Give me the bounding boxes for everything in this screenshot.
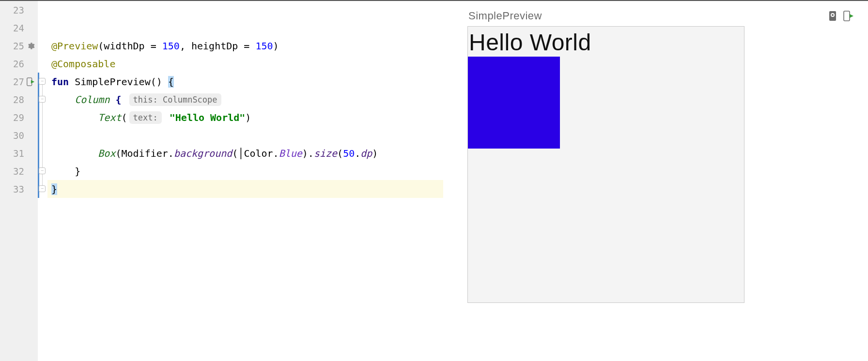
code-token: , heightDp =: [180, 40, 256, 52]
ide-container: 2324252627282930313233 −−−− @Preview(wid…: [0, 0, 868, 361]
code-line[interactable]: [47, 19, 443, 37]
code-token: {: [115, 94, 121, 105]
code-line[interactable]: @Preview(widthDp = 150, heightDp = 150): [47, 37, 443, 55]
code-line[interactable]: @Composable: [47, 55, 443, 73]
code-token: (: [337, 148, 343, 159]
line-number: 29: [11, 112, 24, 123]
gutter-icon-empty: [26, 185, 35, 194]
gutter-row[interactable]: 30: [0, 126, 38, 144]
gutter-row[interactable]: 31: [0, 144, 38, 162]
line-number: 27: [11, 76, 24, 87]
fold-handle[interactable]: −: [39, 78, 46, 85]
gutter-icon-empty: [26, 6, 35, 15]
line-number: 30: [11, 130, 24, 141]
code-token: [51, 112, 98, 123]
code-line[interactable]: [47, 126, 443, 144]
code-token: [109, 94, 115, 105]
code-token: "Hello World": [170, 112, 246, 123]
preview-hello-text: Hello World: [468, 27, 744, 57]
fold-handle[interactable]: −: [39, 167, 46, 174]
gutter-row[interactable]: 23: [0, 1, 38, 19]
gutter-icon-empty: [26, 60, 35, 68]
code-token: background: [174, 148, 232, 159]
fold-handle[interactable]: −: [39, 96, 46, 103]
code-token: size: [314, 148, 337, 159]
code-token: [122, 94, 127, 105]
line-number: 32: [11, 166, 24, 177]
inlay-hint: text:: [129, 111, 162, 124]
code-token: (widthDp =: [98, 40, 162, 52]
gutter-row[interactable]: 32: [0, 162, 38, 180]
code-token: ): [372, 148, 378, 159]
code-token: }: [51, 183, 57, 195]
code-token: 150: [255, 40, 273, 52]
gutter-row[interactable]: 28: [0, 90, 38, 108]
gutter-row[interactable]: 29: [0, 108, 38, 126]
line-number: 23: [11, 5, 24, 15]
fold-handle[interactable]: −: [39, 185, 46, 192]
gutter-row[interactable]: 26: [0, 55, 38, 73]
code-line[interactable]: Column { this: ColumnScope: [47, 90, 443, 108]
editor-pane: 2324252627282930313233 −−−− @Preview(wid…: [0, 1, 443, 361]
preview-blue-box: [468, 57, 560, 149]
code-token: dp: [360, 148, 372, 159]
code-token: Color.: [244, 148, 279, 159]
gutter-icon-empty: [26, 95, 35, 104]
code-token: @Preview: [51, 40, 98, 52]
code-token: Blue: [279, 148, 302, 159]
gutter-icon-empty: [26, 113, 35, 122]
line-number: 25: [11, 41, 24, 51]
svg-point-4: [832, 14, 834, 16]
code-token: 150: [162, 40, 180, 52]
code-token: Text: [98, 112, 121, 123]
code-token: [51, 94, 75, 105]
code-line[interactable]: }: [47, 180, 443, 198]
code-token: ): [245, 112, 251, 123]
folding-strip[interactable]: −−−−: [38, 1, 47, 361]
svg-rect-5: [844, 11, 850, 21]
line-number: 26: [11, 59, 24, 69]
gutter-row[interactable]: 33: [0, 180, 38, 198]
text-caret: │: [238, 148, 244, 159]
code-area[interactable]: @Preview(widthDp = 150, heightDp = 150)@…: [47, 1, 443, 361]
gutter-row[interactable]: 27: [0, 73, 38, 90]
preview-header: SimplePreview: [467, 10, 853, 22]
run-gutter-icon[interactable]: [26, 77, 35, 86]
preview-frame[interactable]: Hello World: [467, 26, 744, 303]
line-gutter[interactable]: 2324252627282930313233: [0, 1, 38, 361]
code-token: fun: [51, 76, 69, 88]
code-token: (Modifier.: [115, 148, 173, 159]
code-token: [51, 148, 98, 159]
code-token: [164, 112, 170, 123]
line-number: 28: [11, 94, 24, 105]
code-line[interactable]: [47, 1, 443, 19]
code-line[interactable]: fun SimplePreview() {: [47, 73, 443, 90]
svg-marker-6: [850, 14, 853, 18]
preview-toolbar: [827, 10, 853, 22]
gutter-row[interactable]: 25: [0, 37, 38, 55]
gutter-icon-empty: [26, 24, 35, 32]
preview-pane: SimplePreview Hello World: [443, 1, 868, 361]
change-marker: [38, 73, 39, 198]
interactive-preview-icon[interactable]: [827, 10, 838, 22]
code-token: 50: [343, 148, 355, 159]
line-number: 33: [11, 184, 24, 195]
code-token: Column: [75, 94, 109, 105]
line-number: 31: [11, 148, 24, 159]
code-line[interactable]: Box(Modifier.background(│Color.Blue).siz…: [47, 144, 443, 162]
gutter-icon-empty: [26, 167, 35, 176]
code-token: (: [122, 112, 127, 123]
gear-icon[interactable]: [26, 42, 35, 50]
code-token: {: [168, 76, 174, 88]
gutter-icon-empty: [26, 149, 35, 158]
gutter-row[interactable]: 24: [0, 19, 38, 37]
code-token: Box: [98, 148, 115, 159]
code-line[interactable]: Text(text: "Hello World"): [47, 108, 443, 126]
deploy-preview-icon[interactable]: [843, 10, 853, 22]
code-token: }: [51, 165, 80, 177]
line-number: 24: [11, 23, 24, 33]
code-token: ): [273, 40, 279, 52]
gutter-icon-empty: [26, 131, 35, 140]
preview-title: SimplePreview: [468, 10, 542, 22]
code-line[interactable]: }: [47, 162, 443, 180]
